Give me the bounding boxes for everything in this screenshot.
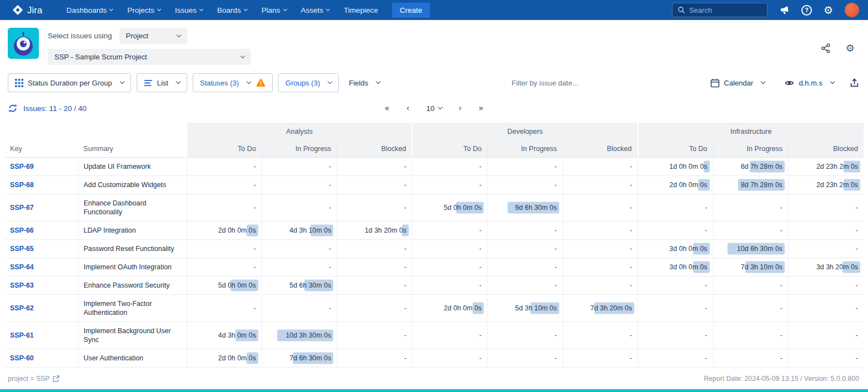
issue-key-link[interactable]: SSP-61 — [10, 331, 34, 339]
statuses-filter-button[interactable]: Statuses (3) — [193, 73, 273, 92]
external-link-icon[interactable] — [53, 375, 59, 382]
empty-duration: - — [780, 331, 782, 339]
empty-duration: - — [856, 227, 858, 234]
empty-duration: - — [780, 304, 782, 312]
empty-duration: - — [630, 282, 632, 289]
empty-duration: - — [856, 331, 858, 339]
last-page-button[interactable]: » — [479, 104, 484, 113]
duration-cell: - — [412, 240, 487, 258]
report-type-button[interactable]: Status Duration per Group — [8, 73, 131, 92]
duration-cell: 2d 0h 0m 0s — [187, 222, 262, 240]
page-size-select[interactable]: 10 — [426, 104, 441, 113]
refresh-button[interactable] — [8, 103, 18, 113]
duration-cell: 4d 3h 0m 0s — [187, 322, 262, 349]
duration-cell: - — [187, 158, 262, 176]
duration-cell: - — [412, 322, 487, 349]
question-mark: ? — [801, 5, 812, 16]
group-header-analysts: Analysts — [187, 123, 412, 140]
duration-cell: - — [412, 158, 487, 176]
nav-item-plans[interactable]: Plans — [254, 0, 294, 20]
empty-duration: - — [404, 263, 407, 271]
column-header-summary: Summary — [78, 140, 187, 158]
nav-item-boards[interactable]: Boards — [210, 0, 254, 20]
empty-duration: - — [555, 227, 557, 234]
summary-cell: LDAP Integration — [78, 222, 187, 240]
groups-filter-button[interactable]: Groups (3) — [278, 73, 339, 92]
duration-value: 7d 3h 10m 0s — [741, 263, 782, 271]
global-search[interactable] — [672, 3, 767, 17]
issue-key-link[interactable]: SSP-62 — [10, 304, 34, 312]
announcements-icon[interactable] — [779, 5, 790, 16]
empty-duration: - — [856, 245, 858, 253]
duration-value: 5d 3h 10m 0s — [515, 304, 557, 312]
duration-cell: - — [638, 295, 713, 322]
issue-key-link[interactable]: SSP-66 — [10, 227, 34, 234]
view-mode-button[interactable]: List — [137, 73, 187, 92]
report-settings-gear-icon[interactable]: ⚙ — [846, 43, 855, 53]
settings-gear-icon[interactable]: ⚙ — [824, 5, 833, 16]
duration-cell: 8d 7h 28m 0s — [713, 176, 788, 194]
empty-duration: - — [479, 245, 481, 253]
issues-info: Issues: 11 - 20 / 40 — [8, 103, 87, 113]
empty-duration: - — [780, 227, 782, 234]
nav-item-projects[interactable]: Projects — [120, 0, 168, 20]
duration-cell: - — [262, 158, 337, 176]
report-version-info: Report Date: 2024-05-09 13:15 / Version:… — [704, 375, 859, 383]
empty-duration: - — [705, 204, 707, 212]
summary-cell: Implement Background User Sync — [78, 322, 187, 349]
help-icon[interactable]: ? — [801, 5, 812, 16]
duration-cell: - — [563, 240, 638, 258]
user-avatar[interactable] — [845, 3, 859, 17]
chevron-down-icon — [328, 79, 332, 84]
nav-item-timepiece[interactable]: Timepiece — [337, 0, 385, 20]
nav-item-label: Plans — [262, 6, 280, 14]
chevron-down-icon — [326, 7, 330, 11]
export-icon[interactable] — [850, 78, 859, 88]
issue-source-dropdown[interactable]: Project — [119, 28, 187, 44]
issue-key-link[interactable]: SSP-69 — [10, 163, 34, 170]
empty-duration: - — [254, 263, 256, 271]
empty-duration: - — [329, 304, 331, 312]
issue-key-link[interactable]: SSP-67 — [10, 204, 34, 212]
time-format-button[interactable]: d.h.m.s — [780, 73, 839, 92]
nav-item-label: Issues — [175, 6, 197, 14]
issue-key-link[interactable]: SSP-65 — [10, 245, 34, 253]
prev-page-button[interactable]: ‹ — [406, 104, 409, 113]
issue-key-link[interactable]: SSP-63 — [10, 282, 34, 289]
next-page-button[interactable]: › — [459, 104, 462, 113]
issue-key-link[interactable]: SSP-60 — [10, 354, 34, 362]
jira-logo[interactable]: Jira — [12, 4, 42, 16]
jira-logo-text: Jira — [27, 5, 42, 16]
chevron-down-icon — [247, 79, 251, 84]
calendar-button[interactable]: Calendar — [706, 73, 770, 92]
chevron-down-icon — [438, 105, 442, 109]
duration-value: 5d 6h 30m 0s — [289, 282, 331, 289]
project-dropdown[interactable]: SSP - Sample Scrum Project — [48, 49, 251, 65]
duration-cell: 2d 0h 0m 0s — [412, 295, 487, 322]
empty-duration: - — [630, 354, 632, 362]
summary-cell: Password Reset Functionality — [78, 240, 187, 258]
nav-item-dashboards[interactable]: Dashboards — [59, 0, 120, 20]
search-input[interactable] — [689, 6, 762, 14]
jira-logo-icon — [12, 4, 23, 16]
duration-cell: - — [638, 277, 713, 295]
first-page-button[interactable]: « — [384, 104, 389, 113]
duration-value: 7d 6h 30m 0s — [289, 354, 331, 362]
empty-duration: - — [479, 227, 481, 234]
list-icon — [144, 79, 153, 87]
duration-cell: - — [488, 277, 563, 295]
duration-value: 1d 3h 20m 0s — [365, 227, 407, 234]
issue-key-link[interactable]: SSP-68 — [10, 181, 34, 189]
nav-item-assets[interactable]: Assets — [294, 0, 337, 20]
nav-item-issues[interactable]: Issues — [168, 0, 210, 20]
issue-date-filter[interactable]: Filter by issue date... — [390, 79, 700, 87]
issue-key-link[interactable]: SSP-64 — [10, 263, 34, 271]
duration-cell: 5d 0h 0m 0s — [187, 277, 262, 295]
fields-button[interactable]: Fields — [344, 73, 384, 92]
duration-cell: - — [563, 277, 638, 295]
share-icon[interactable] — [821, 43, 831, 53]
create-button[interactable]: Create — [392, 3, 430, 18]
duration-cell: - — [337, 322, 412, 349]
empty-duration: - — [705, 354, 707, 362]
duration-cell: - — [563, 258, 638, 277]
